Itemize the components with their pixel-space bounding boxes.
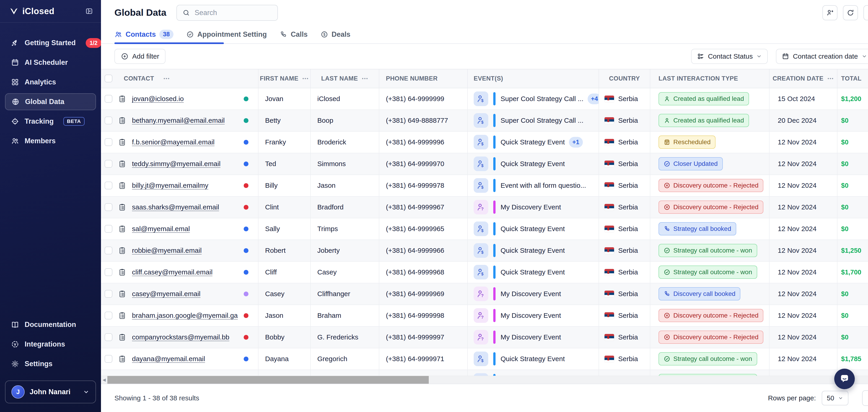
table-row[interactable]: sal@myemail.emalSallyTrimps(+381) 64-999… [101,218,868,240]
column-menu-icon[interactable]: ••• [828,76,834,81]
table-row[interactable]: casey@myemail.emailCaseyCliffhanger(+381… [101,283,868,305]
row-checkbox[interactable] [104,182,113,189]
table-row[interactable]: braham.jason.google@myemail.gaJasonBraha… [101,305,868,327]
row-checkbox[interactable] [104,138,113,146]
previous-page-button[interactable]: Previous [863,391,868,405]
sidebar-item-members[interactable]: Members [5,133,96,149]
contact-email-link[interactable]: teddy.simmy@myemail.email [132,160,220,168]
column-header-total-r[interactable]: TOTAL R [837,69,861,88]
contact-email-link[interactable]: saas.sharks@myemail.email [132,203,219,211]
contact-email-link[interactable]: f.b.senior@mayemail.email [132,138,215,146]
row-checkbox[interactable] [104,333,113,341]
interaction-badge: Strategy call booked [658,222,736,235]
sidebar-collapse-icon[interactable] [85,7,93,15]
filter-dropdown-contact-creation-date[interactable]: Contact creation date [776,49,868,64]
users-icon [115,31,122,38]
sidebar-item-settings[interactable]: Settings [5,355,96,372]
horizontal-scrollbar[interactable]: ◀ [101,376,868,384]
table-row[interactable]: f.b.senior@mayemail.emailFrankyBroderick… [101,131,868,153]
sidebar-item-analytics[interactable]: Analytics [5,74,96,91]
row-checkbox[interactable] [104,95,113,102]
sidebar-item-documentation[interactable]: Documentation [5,316,96,333]
row-checkbox[interactable] [104,312,113,319]
column-header-creation-date[interactable]: CREATION DATE••• [770,69,837,88]
select-all-checkbox[interactable] [104,75,113,82]
topbar-actions: Learn [823,3,868,23]
phone-cell: (+381) 64-9999998 [379,305,468,326]
contact-email-link[interactable]: dayana@myemail.email [132,355,205,363]
contact-email-link[interactable]: sal@myemail.emal [132,225,190,233]
row-checkbox[interactable] [104,160,113,168]
event-color-bar [493,309,496,322]
column-menu-icon[interactable]: ••• [303,76,309,81]
table-row[interactable]: saas.sharks@myemail.emailClintBradford(+… [101,197,868,218]
column-header-event-s-[interactable]: EVENT(S) [468,69,599,88]
table-row[interactable]: cliff.casey@myemail.emailCliffCasey(+381… [101,262,868,283]
sidebar-item-ai-scheduler[interactable]: AI Scheduler [5,54,96,71]
filter-dropdown-contact-status[interactable]: Contact Status [691,49,768,64]
row-checkbox[interactable] [104,246,113,254]
row-checkbox[interactable] [104,290,113,298]
row-checkbox[interactable] [104,225,113,233]
sidebar-item-tracking[interactable]: TrackingBETA [5,113,96,130]
tab-appointment-setting[interactable]: Appointment Setting [186,30,267,38]
column-header-last-interaction-type[interactable]: LAST INTERACTION TYPE [650,69,770,88]
row-checkbox[interactable] [104,117,113,124]
table-row[interactable]: jovan@iclosed.ioJovaniClosed(+381) 64-99… [101,88,868,110]
tab-contacts[interactable]: Contacts38 [115,30,174,39]
search-input[interactable]: Search [177,5,278,21]
add-contact-button[interactable] [823,5,837,20]
rows-per-page-value: 50 [827,394,834,402]
export-button[interactable] [863,5,868,20]
tab-deals[interactable]: $Deals [320,30,350,38]
table-row[interactable]: teddy.simmy@myemail.emailTedSimmons(+381… [101,153,868,175]
refresh-button[interactable] [843,5,858,20]
contact-email-link[interactable]: robbie@myemail.email [132,246,202,254]
tab-calls[interactable]: Calls [279,30,308,38]
last-interaction-cell: Discovery outcome - Rejected [650,175,770,196]
contact-email-link[interactable]: billy.jt@myemail.emailmy [132,182,208,189]
country-name: Serbia [618,268,638,276]
contact-email-link[interactable]: companyrockstars@myemail.bb [132,333,229,341]
table-row[interactable]: bethany.myemail@email.emailBettyBoop(+38… [101,110,868,131]
horizontal-scrollbar-thumb[interactable] [107,376,429,384]
contact-status-dot [244,183,248,188]
row-checkbox[interactable] [104,355,113,363]
row-checkbox[interactable] [104,203,113,211]
last-interaction-cell: Discovery call booked [650,283,770,304]
interaction-label: Strategy call outcome - won [673,268,752,276]
table-row[interactable]: billy.jt@myemail.emailmyBillyJason(+381)… [101,175,868,197]
contact-email-link[interactable]: casey@myemail.email [132,290,200,298]
column-header-contact[interactable]: CONTACT••• [101,69,258,88]
more-events-badge[interactable]: +1 [569,137,583,148]
svg-text:?: ? [481,315,484,320]
contact-email-link[interactable]: braham.jason.google@myemail.ga [132,312,238,319]
column-header-last-name[interactable]: LAST NAME••• [311,69,379,88]
contact-email-link[interactable]: cliff.casey@myemail.email [132,268,212,276]
more-events-badge[interactable]: +4 [588,93,599,104]
column-header-first-name[interactable]: FIRST NAME••• [258,69,311,88]
events-cell: $Quick Strategy Event [468,262,599,283]
sidebar-item-integrations[interactable]: Integrations [5,336,96,353]
sidebar-item-global-data[interactable]: Global Data [5,93,96,110]
last-interaction-cell: Strategy call outcome - won [650,348,770,370]
contact-email-link[interactable]: bethany.myemail@email.email [132,117,225,124]
column-menu-icon[interactable]: ••• [362,76,368,81]
row-checkbox[interactable] [104,268,113,276]
contact-email-link[interactable]: jovan@iclosed.io [132,95,184,102]
interaction-label: Discovery outcome - Rejected [673,204,758,211]
column-menu-icon[interactable]: ••• [164,76,170,81]
user-menu[interactable]: J John Nanari [5,381,96,403]
chat-widget-button[interactable] [834,369,855,389]
add-filter-button[interactable]: Add filter [115,49,165,64]
table-row[interactable]: dayana@myemail.emailDayanaGregorich(+381… [101,348,868,370]
sidebar-item-getting-started[interactable]: Getting Started1/2 [5,34,96,51]
total-cell: $0 [837,327,861,348]
rows-per-page-select[interactable]: 50 [822,391,848,405]
column-header-country[interactable]: COUNTRY [599,69,650,88]
scroll-left-arrow-icon[interactable]: ◀ [101,377,107,382]
column-header-phone-number[interactable]: PHONE NUMBER [379,69,468,88]
country-name: Serbia [618,95,638,102]
table-row[interactable]: companyrockstars@myemail.bbBobbyG. Frede… [101,327,868,348]
table-row[interactable]: robbie@myemail.emailRobertJoberty(+381) … [101,240,868,262]
